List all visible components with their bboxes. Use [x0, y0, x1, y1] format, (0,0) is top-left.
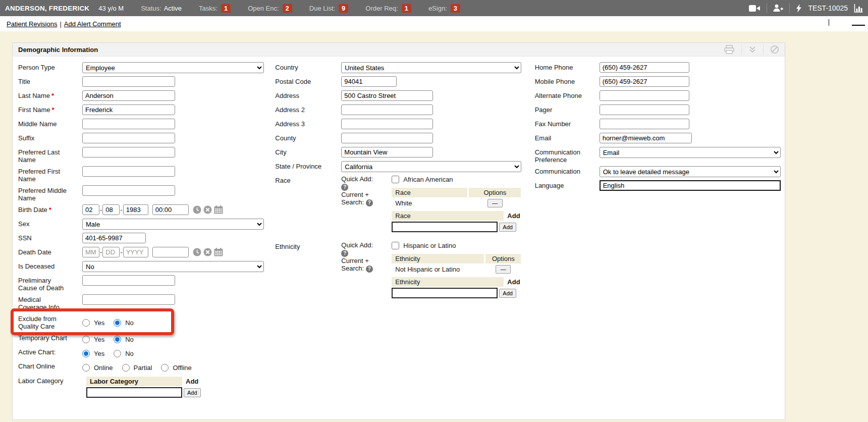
order-req-badge[interactable]: 1	[402, 4, 411, 13]
preferred-last-input[interactable]	[82, 147, 175, 157]
chart-online-offline-radio[interactable]	[161, 364, 169, 372]
tasks-badge[interactable]: 1	[221, 4, 231, 13]
is-deceased-select[interactable]: No	[82, 261, 264, 272]
ssn-input[interactable]	[82, 233, 146, 243]
active-chart-no-radio[interactable]	[114, 350, 121, 357]
communication-preference-select[interactable]: Email	[600, 147, 781, 158]
ethnicity-add-button[interactable]: Add	[499, 289, 516, 298]
help-icon[interactable]: ?	[341, 184, 348, 191]
field-exclude-quality-care: Exclude from Quality Care Yes No	[18, 313, 275, 330]
clock-icon[interactable]	[193, 205, 201, 214]
person-add-icon[interactable]	[773, 4, 783, 12]
order-req-counter[interactable]: Order Req: 1	[365, 4, 411, 13]
race-add-input[interactable]	[392, 222, 498, 232]
address2-input[interactable]	[341, 104, 433, 115]
ethnicity-hispanic-checkbox[interactable]	[392, 242, 399, 249]
sex-select[interactable]: Male	[82, 219, 264, 230]
panel-title: Demographic Information	[18, 46, 98, 54]
exclude-quality-no-radio[interactable]	[114, 319, 121, 327]
date-dash: -	[100, 206, 102, 214]
order-req-label: Order Req:	[365, 5, 398, 12]
language-input[interactable]	[600, 180, 781, 191]
clear-date-icon[interactable]	[203, 248, 212, 256]
race-add-button[interactable]: Add	[499, 223, 516, 232]
preferred-first-input[interactable]	[82, 166, 175, 177]
column-contact: Home Phone Mobile Phone Alternate Phone …	[535, 62, 785, 194]
esign-badge[interactable]: 3	[451, 4, 460, 13]
county-input[interactable]	[341, 133, 433, 143]
ethnicity-remove-button[interactable]: —	[496, 265, 511, 274]
home-phone-input[interactable]	[600, 62, 689, 73]
death-time-input[interactable]	[152, 247, 189, 257]
death-year-input[interactable]	[123, 247, 148, 257]
birth-month-input[interactable]	[82, 204, 99, 215]
ethnicity-add-input[interactable]	[392, 288, 498, 298]
state-province-select[interactable]: California	[341, 161, 521, 172]
labor-category-add-input[interactable]	[86, 387, 182, 398]
birth-year-input[interactable]	[123, 204, 148, 215]
medical-coverage-input[interactable]	[82, 294, 175, 305]
help-icon[interactable]: ?	[366, 266, 373, 273]
add-alert-comment-link[interactable]: Add Alert Comment	[64, 20, 121, 28]
esign-counter[interactable]: eSign: 3	[428, 4, 460, 13]
alternate-phone-input[interactable]	[600, 90, 689, 101]
birth-day-input[interactable]	[102, 204, 120, 215]
race-african-american-checkbox[interactable]	[392, 176, 399, 183]
preferred-middle-input[interactable]	[82, 185, 175, 196]
disable-icon[interactable]	[770, 45, 779, 54]
city-input[interactable]	[341, 147, 433, 157]
collapse-chevrons-icon[interactable]	[748, 45, 756, 54]
field-middle-name: Middle Name	[18, 119, 275, 130]
print-icon[interactable]	[724, 45, 735, 54]
address-input[interactable]	[341, 90, 433, 101]
clear-date-icon[interactable]	[203, 205, 212, 214]
birth-date-label: Birth Date	[18, 206, 47, 214]
title-input[interactable]	[82, 76, 175, 87]
mobile-phone-input[interactable]	[600, 76, 689, 87]
address3-input[interactable]	[341, 119, 433, 129]
temporary-chart-no-radio[interactable]	[114, 336, 121, 343]
due-list-badge[interactable]: 9	[339, 4, 348, 13]
race-remove-button[interactable]: —	[487, 199, 503, 207]
temporary-chart-yes-radio[interactable]	[82, 336, 90, 343]
help-icon[interactable]: ?	[341, 250, 348, 257]
race-current-search-label: Current + Search:	[341, 191, 369, 206]
exclude-quality-yes-radio[interactable]	[82, 319, 90, 327]
race-quick-add-label: Quick Add:	[341, 175, 373, 183]
preliminary-cod-input[interactable]	[82, 275, 175, 286]
email-input[interactable]	[600, 133, 692, 143]
postal-code-input[interactable]	[341, 76, 397, 87]
active-chart-yes-radio[interactable]	[82, 350, 90, 357]
open-enc-badge[interactable]: 2	[283, 4, 292, 13]
labor-category-add-button[interactable]: Add	[184, 388, 201, 397]
video-camera-icon[interactable]	[749, 5, 761, 12]
birth-time-input[interactable]	[152, 204, 189, 215]
death-day-input[interactable]	[102, 247, 120, 257]
suffix-input[interactable]	[82, 133, 175, 143]
fax-number-input[interactable]	[600, 119, 689, 129]
ethnicity-label: Ethnicity	[275, 241, 341, 299]
chart-online-online-radio[interactable]	[82, 364, 90, 372]
calendar-icon[interactable]	[214, 205, 223, 214]
clock-icon[interactable]	[193, 248, 201, 256]
first-name-input[interactable]	[82, 104, 175, 115]
lightning-bolt-icon[interactable]	[796, 4, 802, 13]
last-name-input[interactable]	[82, 90, 175, 101]
tasks-counter[interactable]: Tasks: 1	[199, 4, 231, 13]
no-option: No	[125, 319, 134, 327]
country-select[interactable]: United States	[341, 62, 521, 73]
help-icon[interactable]: ?	[366, 199, 373, 206]
active-chart-label: Active Chart:	[18, 347, 82, 358]
pager-input[interactable]	[600, 104, 689, 115]
field-home-phone: Home Phone	[535, 62, 785, 74]
due-list-counter[interactable]: Due List: 9	[309, 4, 349, 13]
open-enc-counter[interactable]: Open Enc: 2	[248, 4, 292, 13]
person-type-select[interactable]: Employee	[82, 62, 264, 73]
middle-name-input[interactable]	[82, 119, 175, 129]
chart-online-partial-radio[interactable]	[122, 364, 130, 372]
bar-chart-icon[interactable]	[854, 4, 863, 13]
death-month-input[interactable]	[82, 247, 99, 257]
calendar-icon[interactable]	[214, 248, 223, 256]
patient-revisions-link[interactable]: Patient Revisions	[7, 20, 57, 28]
communication-select[interactable]: Ok to leave detailed message	[600, 166, 781, 177]
